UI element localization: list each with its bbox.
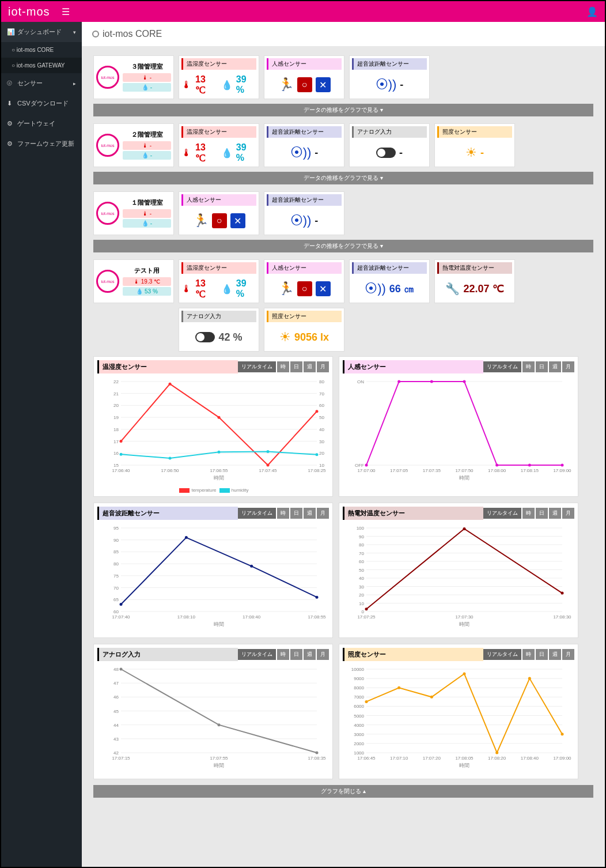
svg-text:時間: 時間 (459, 621, 469, 627)
sidebar: 📊 ダッシュボード ▾ ○ iot-mos CORE ○ iot-mos GAT… (1, 22, 82, 867)
sidebar-item-firmware[interactable]: ⚙ ファームウェア更新 (1, 134, 82, 154)
tab-week[interactable]: 週 (549, 361, 561, 372)
tab-realtime[interactable]: リアルタイム (238, 361, 276, 372)
tab-day[interactable]: 日 (290, 649, 302, 660)
svg-point-81 (185, 536, 188, 539)
tab-day[interactable]: 日 (536, 649, 548, 660)
tab-hour[interactable]: 時 (522, 361, 535, 372)
tab-week[interactable]: 週 (549, 649, 561, 660)
graph-toggle-button[interactable]: データの推移をグラフで見る ▾ (93, 104, 593, 116)
toggle-icon (376, 148, 396, 158)
tab-realtime[interactable]: リアルタイム (238, 508, 276, 519)
wave-icon: ⦿)) (376, 77, 397, 92)
svg-text:60: 60 (319, 403, 324, 408)
tab-hour[interactable]: 時 (522, 649, 535, 660)
ring-logo-icon: iot-mos (96, 202, 119, 225)
tab-week[interactable]: 週 (549, 508, 561, 519)
sensor-header: 人感センサー (267, 58, 342, 70)
off-button[interactable]: ✕ (230, 213, 245, 228)
tab-month[interactable]: 月 (562, 508, 574, 519)
svg-point-111 (463, 527, 466, 530)
chart-card: 熱電対温度センサー リアルタイム 時 日 週 月 010203040506070… (339, 503, 578, 638)
svg-point-164 (430, 696, 433, 699)
svg-text:17:08:55: 17:08:55 (308, 614, 326, 620)
tab-week[interactable]: 週 (304, 508, 316, 519)
graph-toggle-button[interactable]: データの推移をグラフで見る ▾ (93, 240, 593, 252)
svg-text:7000: 7000 (354, 695, 364, 700)
svg-text:0: 0 (362, 609, 365, 614)
svg-text:43: 43 (113, 737, 119, 742)
tab-month[interactable]: 月 (317, 649, 329, 660)
svg-text:60: 60 (113, 609, 119, 614)
svg-text:4000: 4000 (354, 723, 364, 728)
svg-point-52 (365, 464, 368, 467)
svg-point-31 (169, 383, 172, 386)
charts-grid: 温湿度センサー リアルタイム 時 日 週 月 15161718192021221… (93, 356, 593, 779)
drop-icon: 💧 (221, 148, 233, 158)
sidebar-label: ダッシュボード (17, 28, 62, 36)
svg-text:17:07:30: 17:07:30 (455, 614, 474, 620)
chart-title: 照度センサー (343, 648, 483, 661)
tab-month[interactable]: 月 (562, 649, 574, 660)
thermometer-icon: 🌡 (181, 147, 192, 159)
svg-point-82 (250, 565, 253, 568)
lux-sensor-card: 照度センサー ☀- (434, 123, 515, 167)
tab-realtime[interactable]: リアルタイム (238, 649, 276, 660)
off-button[interactable]: ✕ (316, 77, 331, 92)
page-header: iot-mos CORE (82, 22, 605, 46)
chart-card: アナログ入力 リアルタイム 時 日 週 月 4243444546474817:0… (93, 644, 333, 779)
temp-sensor-card: 温湿度センサー 🌡13 ℃💧39 % (179, 55, 259, 99)
tab-hour[interactable]: 時 (277, 649, 289, 660)
svg-point-167 (528, 677, 531, 680)
svg-text:17:08:40: 17:08:40 (521, 756, 539, 761)
tab-week[interactable]: 週 (304, 649, 316, 660)
svg-text:45: 45 (113, 709, 119, 714)
tab-hour[interactable]: 時 (277, 508, 289, 519)
off-button[interactable]: ✕ (316, 281, 331, 296)
drop-icon: 💧 (221, 80, 233, 90)
tab-day[interactable]: 日 (536, 361, 548, 372)
sidebar-sub-gateway[interactable]: ○ iot-mos GATEWAY (1, 58, 82, 73)
brand-logo: iot-mos (8, 5, 50, 18)
on-button[interactable]: ○ (212, 213, 227, 228)
svg-point-33 (267, 464, 270, 467)
svg-text:18: 18 (113, 427, 119, 432)
sidebar-item-csv[interactable]: ⬇ CSVダウンロード (1, 93, 82, 114)
on-button[interactable]: ○ (297, 77, 312, 92)
tab-month[interactable]: 月 (317, 508, 329, 519)
svg-point-132 (218, 723, 221, 726)
tab-realtime[interactable]: リアルタイム (483, 649, 521, 660)
tab-hour[interactable]: 時 (277, 361, 289, 372)
tab-month[interactable]: 月 (317, 361, 329, 372)
room-card-2f: iot-mos ２階管理室 🌡 - 💧 - (93, 123, 174, 167)
svg-text:100: 100 (357, 526, 365, 531)
tab-realtime[interactable]: リアルタイム (483, 508, 521, 519)
tab-realtime[interactable]: リアルタイム (483, 361, 521, 372)
svg-point-166 (495, 752, 498, 754)
graph-close-button[interactable]: グラフを閉じる ▴ (93, 785, 593, 798)
sidebar-item-dashboard[interactable]: 📊 ダッシュボード ▾ (1, 22, 82, 42)
tab-month[interactable]: 月 (562, 361, 574, 372)
tab-day[interactable]: 日 (290, 508, 302, 519)
tab-day[interactable]: 日 (290, 361, 302, 372)
sidebar-item-gateway[interactable]: ⚙ ゲートウェイ (1, 114, 82, 134)
tab-day[interactable]: 日 (536, 508, 548, 519)
tab-week[interactable]: 週 (304, 361, 316, 372)
chevron-right-icon: ▸ (73, 81, 76, 86)
on-button[interactable]: ○ (297, 281, 312, 296)
svg-point-39 (316, 453, 319, 456)
svg-text:30: 30 (359, 584, 364, 590)
user-icon[interactable]: 👤 (586, 6, 598, 17)
svg-text:70: 70 (359, 551, 364, 556)
sidebar-item-sensor[interactable]: ⦾ センサー ▸ (1, 73, 82, 93)
graph-toggle-button[interactable]: データの推移をグラフで見る ▾ (93, 172, 593, 184)
gear-icon: ⚙ (7, 140, 14, 148)
svg-text:50: 50 (359, 568, 364, 573)
svg-text:65: 65 (113, 597, 119, 602)
wave-icon: ⦿)) (290, 213, 312, 228)
menu-toggle-icon[interactable]: ☰ (62, 6, 70, 17)
sidebar-sub-core[interactable]: ○ iot-mos CORE (1, 42, 82, 58)
tab-hour[interactable]: 時 (522, 508, 535, 519)
svg-text:95: 95 (113, 526, 119, 531)
chart-card: 温湿度センサー リアルタイム 時 日 週 月 15161718192021221… (93, 356, 333, 497)
